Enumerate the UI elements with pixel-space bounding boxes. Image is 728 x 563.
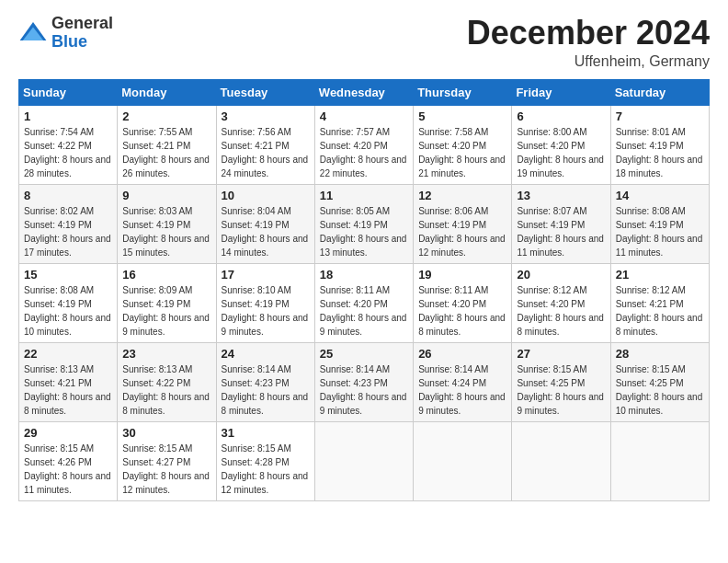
day-number: 29 <box>24 426 112 440</box>
sunrise-label: Sunrise: 8:13 AM <box>122 364 192 374</box>
week-row-1: 1 Sunrise: 7:54 AM Sunset: 4:22 PM Dayli… <box>19 105 710 184</box>
sunrise-label: Sunrise: 8:15 AM <box>24 443 94 454</box>
calendar-cell: 13 Sunrise: 8:07 AM Sunset: 4:19 PM Dayl… <box>512 184 610 263</box>
day-info: Sunrise: 8:12 AM Sunset: 4:21 PM Dayligh… <box>616 283 704 339</box>
header-wednesday: Wednesday <box>314 79 413 105</box>
day-number: 4 <box>320 109 408 123</box>
daylight-label: Daylight: 8 hours and 9 minutes. <box>122 313 210 337</box>
daylight-label: Daylight: 8 hours and 8 minutes. <box>616 313 703 337</box>
page-header: General Blue December 2024 Uffenheim, Ge… <box>18 15 710 70</box>
calendar-cell: 27 Sunrise: 8:15 AM Sunset: 4:25 PM Dayl… <box>512 342 610 421</box>
day-number: 1 <box>24 109 112 123</box>
day-info: Sunrise: 8:13 AM Sunset: 4:22 PM Dayligh… <box>122 362 210 418</box>
sunrise-label: Sunrise: 8:13 AM <box>24 364 94 374</box>
calendar-cell: 14 Sunrise: 8:08 AM Sunset: 4:19 PM Dayl… <box>610 184 709 263</box>
calendar-cell: 25 Sunrise: 8:14 AM Sunset: 4:23 PM Dayl… <box>314 342 413 421</box>
sunset-label: Sunset: 4:24 PM <box>418 378 486 388</box>
daylight-label: Daylight: 8 hours and 13 minutes. <box>320 234 407 258</box>
sunset-label: Sunset: 4:25 PM <box>517 378 585 388</box>
calendar-cell: 26 Sunrise: 8:14 AM Sunset: 4:24 PM Dayl… <box>414 342 512 421</box>
daylight-label: Daylight: 8 hours and 21 minutes. <box>418 155 506 178</box>
calendar-cell: 28 Sunrise: 8:15 AM Sunset: 4:25 PM Dayl… <box>610 342 709 421</box>
daylight-label: Daylight: 8 hours and 28 minutes. <box>24 155 111 178</box>
calendar-cell: 23 Sunrise: 8:13 AM Sunset: 4:22 PM Dayl… <box>118 342 216 421</box>
day-number: 30 <box>122 426 210 440</box>
sunset-label: Sunset: 4:22 PM <box>122 378 190 388</box>
day-info: Sunrise: 8:15 AM Sunset: 4:28 PM Dayligh… <box>222 442 310 497</box>
calendar-cell: 12 Sunrise: 8:06 AM Sunset: 4:19 PM Dayl… <box>414 184 512 263</box>
day-number: 3 <box>222 109 310 123</box>
calendar-title: December 2024 <box>467 15 710 52</box>
day-number: 23 <box>122 347 210 361</box>
sunset-label: Sunset: 4:20 PM <box>320 299 388 309</box>
sunset-label: Sunset: 4:19 PM <box>616 220 684 230</box>
sunset-label: Sunset: 4:19 PM <box>24 220 92 230</box>
day-info: Sunrise: 8:08 AM Sunset: 4:19 PM Dayligh… <box>24 283 112 339</box>
daylight-label: Daylight: 8 hours and 26 minutes. <box>122 155 210 178</box>
day-info: Sunrise: 8:06 AM Sunset: 4:19 PM Dayligh… <box>418 204 506 259</box>
week-row-2: 8 Sunrise: 8:02 AM Sunset: 4:19 PM Dayli… <box>19 184 710 263</box>
day-number: 25 <box>320 347 408 361</box>
calendar-cell: 4 Sunrise: 7:57 AM Sunset: 4:20 PM Dayli… <box>314 105 413 184</box>
day-number: 6 <box>517 109 605 123</box>
daylight-label: Daylight: 8 hours and 19 minutes. <box>517 155 604 178</box>
sunset-label: Sunset: 4:21 PM <box>616 299 684 309</box>
daylight-label: Daylight: 8 hours and 11 minutes. <box>24 471 111 495</box>
logo-general-text: General <box>51 15 113 33</box>
day-info: Sunrise: 7:57 AM Sunset: 4:20 PM Dayligh… <box>320 125 408 180</box>
sunrise-label: Sunrise: 8:02 AM <box>24 206 94 216</box>
sunrise-label: Sunrise: 8:05 AM <box>320 206 390 216</box>
daylight-label: Daylight: 8 hours and 9 minutes. <box>320 392 407 416</box>
day-info: Sunrise: 8:14 AM Sunset: 4:24 PM Dayligh… <box>418 362 506 418</box>
daylight-label: Daylight: 8 hours and 11 minutes. <box>517 234 604 258</box>
day-number: 12 <box>418 189 506 202</box>
header-tuesday: Tuesday <box>216 79 314 105</box>
calendar-cell: 6 Sunrise: 8:00 AM Sunset: 4:20 PM Dayli… <box>512 105 610 184</box>
day-number: 22 <box>24 347 112 361</box>
calendar-cell: 17 Sunrise: 8:10 AM Sunset: 4:19 PM Dayl… <box>216 263 314 342</box>
calendar-cell: 21 Sunrise: 8:12 AM Sunset: 4:21 PM Dayl… <box>610 263 709 342</box>
calendar-cell: 29 Sunrise: 8:15 AM Sunset: 4:26 PM Dayl… <box>19 421 118 500</box>
sunset-label: Sunset: 4:20 PM <box>517 141 585 151</box>
sunset-label: Sunset: 4:19 PM <box>122 299 190 309</box>
sunset-label: Sunset: 4:19 PM <box>222 220 290 230</box>
sunrise-label: Sunrise: 7:57 AM <box>320 127 390 137</box>
day-info: Sunrise: 8:03 AM Sunset: 4:19 PM Dayligh… <box>122 204 210 259</box>
calendar-cell: 31 Sunrise: 8:15 AM Sunset: 4:28 PM Dayl… <box>216 421 314 500</box>
sunset-label: Sunset: 4:28 PM <box>222 457 290 467</box>
calendar-cell <box>314 421 413 500</box>
sunrise-label: Sunrise: 8:15 AM <box>222 443 291 454</box>
sunrise-label: Sunrise: 8:08 AM <box>24 285 94 295</box>
calendar-cell: 22 Sunrise: 8:13 AM Sunset: 4:21 PM Dayl… <box>19 342 118 421</box>
calendar-cell: 24 Sunrise: 8:14 AM Sunset: 4:23 PM Dayl… <box>216 342 314 421</box>
daylight-label: Daylight: 8 hours and 9 minutes. <box>418 392 506 416</box>
day-number: 11 <box>320 189 408 202</box>
sunrise-label: Sunrise: 7:55 AM <box>122 127 192 137</box>
calendar-cell: 8 Sunrise: 8:02 AM Sunset: 4:19 PM Dayli… <box>19 184 118 263</box>
logo: General Blue <box>18 15 113 52</box>
week-row-4: 22 Sunrise: 8:13 AM Sunset: 4:21 PM Dayl… <box>19 342 710 421</box>
calendar-cell: 3 Sunrise: 7:56 AM Sunset: 4:21 PM Dayli… <box>216 105 314 184</box>
sunrise-label: Sunrise: 8:15 AM <box>517 364 586 374</box>
calendar-cell: 9 Sunrise: 8:03 AM Sunset: 4:19 PM Dayli… <box>118 184 216 263</box>
sunset-label: Sunset: 4:21 PM <box>122 141 190 151</box>
daylight-label: Daylight: 8 hours and 9 minutes. <box>320 313 407 337</box>
header-sunday: Sunday <box>19 79 118 105</box>
sunrise-label: Sunrise: 7:54 AM <box>24 127 94 137</box>
day-info: Sunrise: 8:02 AM Sunset: 4:19 PM Dayligh… <box>24 204 112 259</box>
day-info: Sunrise: 8:04 AM Sunset: 4:19 PM Dayligh… <box>222 204 310 259</box>
day-info: Sunrise: 8:15 AM Sunset: 4:25 PM Dayligh… <box>517 362 605 418</box>
sunrise-label: Sunrise: 8:03 AM <box>122 206 192 216</box>
title-block: December 2024 Uffenheim, Germany <box>467 15 710 70</box>
daylight-label: Daylight: 8 hours and 9 minutes. <box>222 313 309 337</box>
day-number: 13 <box>517 189 605 202</box>
day-number: 26 <box>418 347 506 361</box>
calendar-cell <box>610 421 709 500</box>
day-info: Sunrise: 7:58 AM Sunset: 4:20 PM Dayligh… <box>418 125 506 180</box>
sunrise-label: Sunrise: 8:15 AM <box>616 364 686 374</box>
calendar-cell: 1 Sunrise: 7:54 AM Sunset: 4:22 PM Dayli… <box>19 105 118 184</box>
daylight-label: Daylight: 8 hours and 17 minutes. <box>24 234 111 258</box>
sunrise-label: Sunrise: 8:01 AM <box>616 127 686 137</box>
day-number: 19 <box>418 268 506 282</box>
calendar-header-row: Sunday Monday Tuesday Wednesday Thursday… <box>19 79 710 105</box>
